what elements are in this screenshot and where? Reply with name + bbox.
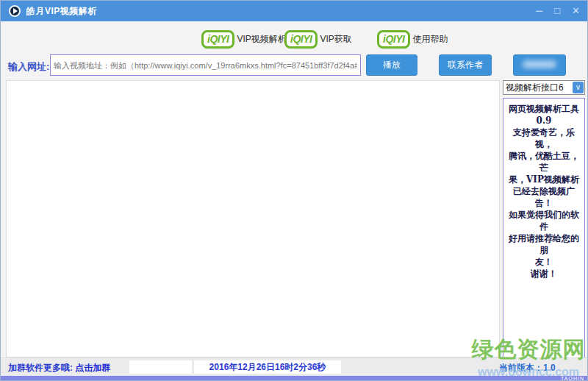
play-circle-icon <box>9 5 21 17</box>
video-content-area <box>6 80 500 357</box>
version-label: 当前版本：1.0 <box>499 362 556 374</box>
window-title: 皓月VIP视频解析 <box>26 5 97 18</box>
play-button[interactable]: 播放 <box>366 54 417 76</box>
contact-author-button[interactable]: 联系作者 <box>439 54 492 76</box>
app-window: 皓月VIP视频解析 ─ □ ✕ iQIYI VIP视频解析 iQIYI VIP获… <box>0 0 588 381</box>
censored-button[interactable] <box>513 54 566 76</box>
info-box: 网页视频解析工具 0.9 支持爱奇艺，乐视， 腾讯，优酷土豆，芒 果，VIP视频… <box>503 98 585 358</box>
group-label: 加群软件更多哦: <box>8 363 73 373</box>
header-link-label: 使用帮助 <box>412 33 448 46</box>
iqiyi-logo-icon: iQIYI <box>201 30 234 49</box>
info-line: 好用请推荐给您的朋 <box>505 232 583 256</box>
window-controls: ─ □ ✕ <box>536 1 580 21</box>
iqiyi-logo-icon: iQIYI <box>284 30 318 49</box>
header-link-label: VIP获取 <box>320 33 351 46</box>
join-group-text: 加群软件更多哦: 点击加群 <box>8 362 110 374</box>
status-bar: 加群软件更多哦: 点击加群 2016年12月26日16时2分36秒 当前版本：1… <box>1 357 588 376</box>
info-line: 果，VIP视频解析 <box>505 174 583 185</box>
header-link-help[interactable]: iQIYI 使用帮助 <box>377 29 448 49</box>
header-link-label: VIP视频解析 <box>237 33 286 46</box>
progress-placeholder <box>129 360 192 374</box>
interface-select-value: 视频解析接口6 <box>503 82 573 94</box>
info-line: 0.9 <box>505 115 583 127</box>
dropdown-arrow-icon[interactable]: v <box>573 82 584 93</box>
url-label: 输入网址: <box>8 60 49 74</box>
datetime-display: 2016年12月26日16时2分36秒 <box>194 360 341 374</box>
close-button[interactable]: ✕ <box>572 1 580 21</box>
footer-brand: TAOHIN <box>561 376 584 381</box>
minimize-button[interactable]: ─ <box>536 1 542 21</box>
footer-strip: TAOHIN <box>1 376 588 381</box>
titlebar: 皓月VIP视频解析 ─ □ ✕ <box>1 1 588 21</box>
info-line: 谢谢！ <box>505 268 583 279</box>
iqiyi-logo-icon: iQIYI <box>377 30 410 49</box>
header-link-vip-get[interactable]: iQIYI VIP获取 <box>284 29 352 49</box>
join-group-link[interactable]: 点击加群 <box>75 363 110 373</box>
info-line: 已经去除视频广告！ <box>505 185 583 209</box>
info-line: 网页视频解析工具 <box>505 103 583 115</box>
info-line: 腾讯，优酷土豆，芒 <box>505 150 583 174</box>
blurred-label <box>523 60 556 68</box>
url-input[interactable] <box>50 54 361 76</box>
info-line: 如果觉得我们的软件 <box>505 209 583 232</box>
maximize-button[interactable]: □ <box>554 1 560 21</box>
interface-select[interactable]: 视频解析接口6 v <box>503 80 585 95</box>
header-link-vip-parse[interactable]: iQIYI VIP视频解析 <box>201 29 287 49</box>
info-line: 友！ <box>505 256 583 268</box>
info-line: 支持爱奇艺，乐视， <box>505 127 583 150</box>
